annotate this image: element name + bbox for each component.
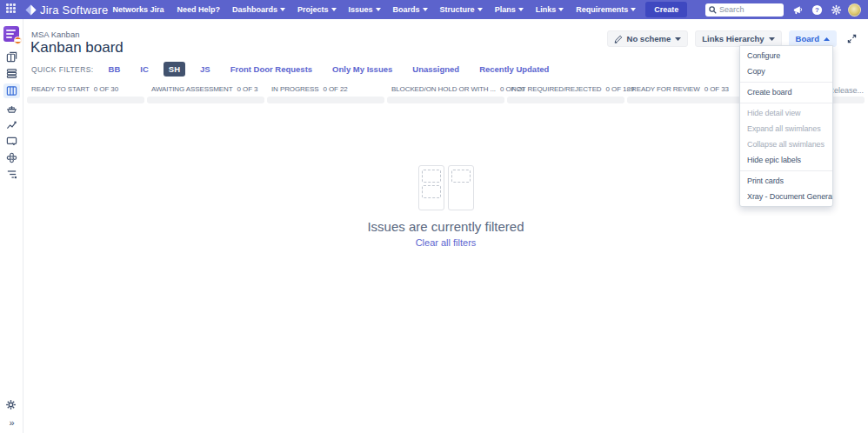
backlog-icon[interactable] [3, 67, 20, 80]
jira-app-window: Jira Software Networks Jira Need Help? D… [0, 0, 868, 433]
svg-text:?: ? [815, 6, 819, 14]
board-menu: Configure Copy Create board Hide detail … [739, 45, 833, 207]
nav-item-label: Projects [297, 5, 329, 14]
nav-item[interactable]: Requirements [571, 3, 640, 17]
illustration-column [448, 165, 474, 210]
quick-filter[interactable]: BB [103, 62, 126, 77]
scheme-button-label: No scheme [627, 34, 671, 43]
board-menu-item[interactable]: Copy [740, 63, 832, 79]
chevron-down-icon [675, 37, 681, 41]
column-header: READY FOR REVIEW0 OF 33 [627, 85, 744, 93]
notification-badge [14, 37, 22, 44]
nav-item-label: Links [536, 5, 557, 14]
addons-icon[interactable] [3, 151, 20, 164]
scheme-icon [614, 35, 623, 43]
nav-item-label: Structure [440, 5, 475, 14]
quick-filters: BB IC SH JS Front Door Requests Only My … [103, 62, 555, 77]
quick-filter[interactable]: SH [164, 62, 185, 77]
fullscreen-icon[interactable] [844, 31, 859, 47]
scheme-button[interactable]: No scheme [607, 30, 689, 47]
search-box[interactable] [705, 3, 784, 17]
releases-icon[interactable] [3, 102, 20, 115]
jira-diamond-icon [25, 4, 37, 16]
instance-name: Networks Jira [112, 5, 164, 14]
boards-icon[interactable] [3, 50, 20, 63]
column-bar [387, 97, 504, 103]
board-menu-item[interactable]: Create board [740, 82, 832, 100]
app-switcher-icon[interactable] [6, 3, 18, 16]
board-menu-item[interactable]: Collapse all swimlanes [740, 137, 832, 152]
column-header: BLOCKED/ON HOLD OR WITH ...0 OF 29 [387, 85, 504, 93]
kanban-board-icon[interactable] [3, 83, 20, 98]
board-menu-item[interactable]: Expand all swimlanes [740, 121, 832, 137]
board-menu-item[interactable]: Print cards [740, 170, 832, 189]
board-column: IN PROGRESS0 OF 22 [267, 85, 384, 103]
jira-logo-text: Jira Software [40, 3, 108, 17]
clear-all-filters-link[interactable]: Clear all filters [416, 237, 477, 248]
quick-filter[interactable]: IC [135, 62, 154, 77]
nav-item[interactable]: Structure [436, 3, 487, 17]
chevron-down-icon [631, 8, 636, 11]
board-menu-item[interactable]: Xray - Document Generator [740, 189, 832, 204]
column-count: 0 OF 30 [94, 85, 118, 93]
reports-icon[interactable] [3, 118, 20, 131]
breadcrumb[interactable]: MSA Kanban [31, 30, 79, 39]
nav-item-label: Plans [495, 5, 516, 14]
chevron-down-icon [280, 8, 285, 11]
column-bar [627, 97, 744, 103]
column-count: 0 OF 3 [237, 85, 258, 93]
release-link[interactable]: Release... [828, 86, 864, 95]
quick-filter[interactable]: Only My Issues [327, 62, 397, 77]
nav-item[interactable]: Issues [344, 3, 385, 17]
column-header: READY TO START0 OF 30 [27, 85, 144, 93]
nav-item-label: Dashboards [232, 5, 277, 14]
nav-item[interactable]: Projects [293, 3, 341, 17]
links-hierarchy-label: Links Hierarchy [702, 34, 764, 43]
column-name: NOT REQUIRED/REJECTED [511, 85, 602, 93]
project-avatar[interactable] [3, 26, 19, 42]
column-count: 0 OF 33 [704, 85, 729, 93]
filtered-board-illustration [418, 165, 474, 210]
nav-item[interactable]: Boards [389, 3, 432, 17]
sidebar-settings-icon[interactable] [5, 399, 18, 412]
nav-item-label: Requirements [576, 5, 628, 14]
chevron-down-icon [518, 8, 524, 11]
settings-icon[interactable] [829, 3, 843, 17]
column-name: READY FOR REVIEW [631, 85, 700, 93]
top-navigation-bar: Jira Software Networks Jira Need Help? D… [0, 0, 868, 19]
column-bar [147, 97, 264, 103]
board-menu-item[interactable]: Configure [740, 48, 832, 63]
nav-item[interactable]: Need Help? [173, 3, 225, 17]
create-button[interactable]: Create [645, 2, 687, 17]
announcements-icon[interactable] [791, 3, 805, 17]
board-column: BLOCKED/ON HOLD OR WITH ...0 OF 29 [387, 85, 504, 103]
user-avatar[interactable] [848, 3, 861, 17]
column-header: IN PROGRESS0 OF 22 [267, 85, 384, 93]
jira-logo[interactable]: Jira Software [25, 3, 108, 17]
board-menu-item[interactable]: Hide epic labels [740, 152, 832, 168]
help-icon[interactable]: ? [810, 3, 824, 17]
search-input[interactable] [719, 5, 780, 14]
chevron-down-icon [477, 8, 483, 11]
quick-filter[interactable]: JS [195, 62, 216, 77]
column-name: AWAITING ASSESSMENT [151, 85, 233, 93]
nav-item[interactable]: Plans [491, 3, 528, 17]
issues-icon[interactable] [3, 135, 20, 148]
column-name: READY TO START [31, 85, 90, 93]
board-column: NOT REQUIRED/REJECTED0 OF 189 [507, 85, 624, 103]
nav-item[interactable]: Links [531, 3, 569, 17]
expand-sidebar-icon[interactable]: » [9, 418, 14, 428]
quick-filter[interactable]: Recently Updated [474, 62, 554, 77]
nav-item-label: Boards [393, 5, 420, 14]
structure-icon[interactable] [3, 168, 20, 181]
column-name: IN PROGRESS [271, 85, 318, 93]
board-column: READY FOR REVIEW0 OF 33 [627, 85, 744, 103]
board-menu-button-label: Board [796, 34, 819, 43]
quick-filter[interactable]: Front Door Requests [225, 62, 317, 77]
board-menu-item[interactable]: Hide detail view [740, 103, 832, 121]
quick-filter[interactable]: Unassigned [407, 62, 464, 77]
board-column: AWAITING ASSESSMENT0 OF 3 [147, 85, 264, 103]
chevron-down-icon [423, 8, 428, 11]
sidebar-bottom: » [0, 399, 23, 428]
nav-item[interactable]: Dashboards [228, 3, 290, 17]
